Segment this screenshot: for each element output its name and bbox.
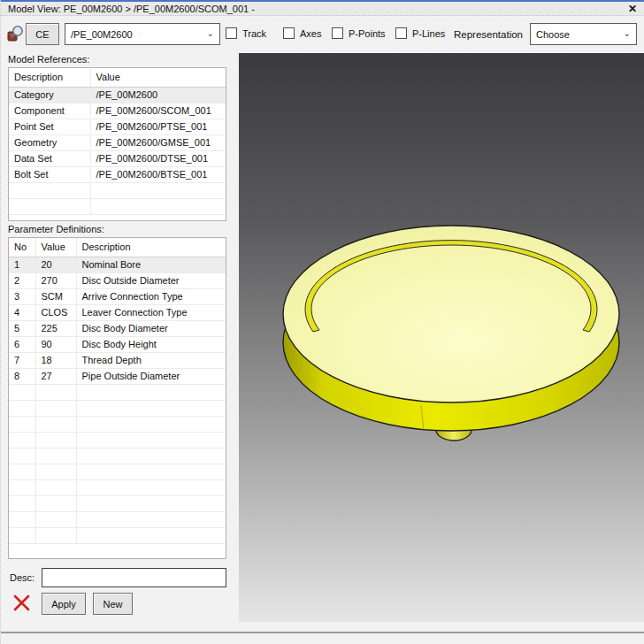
axes-checkbox[interactable] xyxy=(283,27,295,39)
table-row-empty xyxy=(9,464,226,479)
table-row[interactable]: 2270Disc Outside Diameter xyxy=(9,272,226,288)
desc-input[interactable] xyxy=(42,568,226,587)
title-bar: Model View: PE_00M2600 > /PE_00M2600/SCO… xyxy=(1,0,644,16)
table-row-empty xyxy=(9,527,226,543)
table-row[interactable]: Bolt Set/PE_00M2600/BTSE_001 xyxy=(9,166,226,182)
table-row[interactable]: Point Set/PE_00M2600/PTSE_001 xyxy=(9,119,226,134)
p-lines-checkbox[interactable] xyxy=(395,27,407,39)
table-header-row: Description Value xyxy=(9,68,226,87)
apply-button[interactable]: Apply xyxy=(42,593,86,615)
track-checkbox[interactable] xyxy=(226,27,237,39)
table-row-empty xyxy=(9,511,226,527)
element-combobox-value: /PE_00M2600 xyxy=(71,29,133,40)
table-row-empty xyxy=(9,182,226,198)
table-row[interactable]: 827Pipe Outside Diameter xyxy=(9,368,226,384)
table-row-empty xyxy=(9,432,226,448)
axes-checkbox-group: Axes xyxy=(283,27,321,39)
table-row-empty xyxy=(9,198,226,214)
table-row[interactable]: 3SCMArrive Connection Type xyxy=(9,288,226,304)
table-row-empty xyxy=(9,448,226,464)
table-row-empty xyxy=(9,479,226,495)
table-row[interactable]: 120Nominal Bore xyxy=(9,257,226,272)
table-row-empty xyxy=(9,495,226,511)
parameter-definitions-table: No Value Description 120Nominal Bore 227… xyxy=(8,237,226,559)
table-row[interactable]: 4CLOSLeaver Connection Type xyxy=(9,304,226,320)
table-row[interactable]: Category/PE_00M2600 xyxy=(9,87,226,103)
column-header[interactable]: Description xyxy=(9,68,90,87)
p-points-checkbox-group: P-Points xyxy=(332,27,386,39)
table-row-empty xyxy=(9,400,226,416)
column-header[interactable]: No xyxy=(9,238,35,257)
column-header[interactable]: Value xyxy=(35,238,76,257)
table-row[interactable]: Component/PE_00M2600/SCOM_001 xyxy=(9,103,226,119)
p-points-checkbox[interactable] xyxy=(332,27,343,39)
window-title: Model View: PE_00M2600 > /PE_00M2600/SCO… xyxy=(8,4,255,14)
table-row-empty xyxy=(9,416,226,432)
p-lines-checkbox-group: P-Lines xyxy=(395,27,445,39)
element-combobox[interactable]: /PE_00M2600 ⌄ xyxy=(65,23,220,45)
representation-combobox-value: Choose xyxy=(536,29,570,40)
model-view-window: Model View: PE_00M2600 > /PE_00M2600/SCO… xyxy=(0,0,644,644)
representation-label: Representation xyxy=(454,29,523,40)
chevron-down-icon: ⌄ xyxy=(207,28,214,38)
track-checkbox-label: Track xyxy=(242,28,266,39)
table-row[interactable]: 5225Disc Body Diameter xyxy=(9,320,226,336)
parameter-definitions-label: Parameter Definitions: xyxy=(8,224,104,234)
close-icon[interactable]: ✕ xyxy=(628,3,637,15)
table-row-empty xyxy=(9,384,226,400)
model-3d-viewport[interactable] xyxy=(239,53,644,622)
column-header[interactable]: Description xyxy=(76,238,226,257)
model-3d-disc xyxy=(239,53,644,622)
track-checkbox-group: Track xyxy=(226,27,266,39)
table-row[interactable]: Geometry/PE_00M2600/GMSE_001 xyxy=(9,134,226,150)
p-points-checkbox-label: P-Points xyxy=(349,28,386,39)
desc-label: Desc: xyxy=(10,572,34,583)
cancel-cross-icon[interactable] xyxy=(12,594,31,612)
table-row[interactable]: Data Set/PE_00M2600/DTSE_001 xyxy=(9,150,226,166)
new-button[interactable]: New xyxy=(93,593,133,615)
axes-checkbox-label: Axes xyxy=(300,28,321,39)
table-header-row: No Value Description xyxy=(9,238,226,257)
table-row[interactable]: 718Thread Depth xyxy=(9,352,226,368)
inspect-element-icon[interactable] xyxy=(6,24,26,43)
p-lines-checkbox-label: P-Lines xyxy=(412,28,445,39)
column-header[interactable]: Value xyxy=(90,68,226,87)
toolbar: CE /PE_00M2600 ⌄ Track Axes P-Points P-L… xyxy=(1,17,644,52)
model-references-table: Description Value Category/PE_00M2600 Co… xyxy=(8,67,226,221)
ce-button[interactable]: CE xyxy=(26,23,59,45)
bottom-divider xyxy=(1,632,644,633)
table-row[interactable]: 690Disc Body Height xyxy=(9,336,226,352)
chevron-down-icon: ⌄ xyxy=(624,28,631,38)
representation-combobox[interactable]: Choose ⌄ xyxy=(530,23,637,45)
model-references-label: Model References: xyxy=(8,54,89,65)
